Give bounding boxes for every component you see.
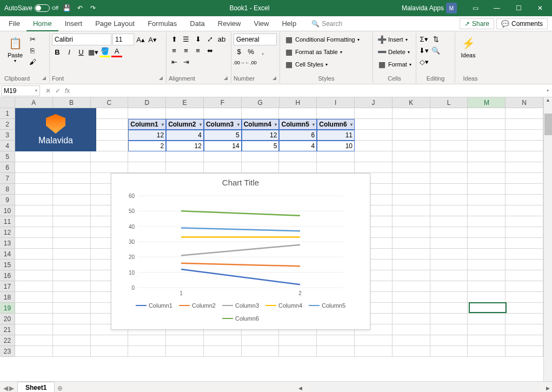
cell[interactable] xyxy=(468,130,506,141)
cell[interactable] xyxy=(430,281,468,292)
cell[interactable] xyxy=(355,130,393,141)
tab-review[interactable]: Review xyxy=(211,16,248,31)
cell[interactable] xyxy=(53,270,91,281)
cell[interactable] xyxy=(430,292,468,303)
cell[interactable] xyxy=(128,108,166,119)
cell[interactable] xyxy=(91,119,129,130)
column-header[interactable]: K xyxy=(393,97,430,108)
cell[interactable] xyxy=(53,292,91,303)
paste-button[interactable]: 📋 Paste ▾ xyxy=(4,34,26,64)
cell[interactable]: 4 xyxy=(279,141,317,151)
cell[interactable] xyxy=(468,184,506,195)
close-icon[interactable]: ✕ xyxy=(530,0,550,16)
sheet-nav-next-icon[interactable]: ▶ xyxy=(9,384,14,392)
column-header[interactable]: N xyxy=(506,97,543,108)
cell[interactable] xyxy=(393,216,430,227)
sort-filter-icon[interactable]: ⇅ xyxy=(430,34,441,44)
cell[interactable] xyxy=(166,162,204,173)
align-top-icon[interactable]: ⬆ xyxy=(169,34,179,44)
align-bottom-icon[interactable]: ⬇ xyxy=(192,34,203,44)
cell[interactable] xyxy=(53,205,91,216)
cell[interactable] xyxy=(430,205,468,216)
cell[interactable] xyxy=(468,173,506,184)
cell[interactable] xyxy=(15,151,53,162)
chart-object[interactable]: Chart Title 010203040506012 Column1Colum… xyxy=(111,173,370,330)
cell[interactable] xyxy=(506,141,543,151)
cell[interactable] xyxy=(506,205,543,216)
cell[interactable] xyxy=(53,173,91,184)
cell[interactable] xyxy=(506,108,543,119)
cell[interactable] xyxy=(204,108,242,119)
cell[interactable] xyxy=(430,130,468,141)
cell[interactable] xyxy=(393,281,430,292)
cell[interactable] xyxy=(430,173,468,184)
cell[interactable] xyxy=(393,205,430,216)
cell[interactable] xyxy=(91,346,129,357)
cell[interactable] xyxy=(506,314,543,324)
cell[interactable] xyxy=(468,292,506,303)
cell[interactable] xyxy=(15,205,53,216)
cell[interactable] xyxy=(430,324,468,335)
cell[interactable] xyxy=(242,108,280,119)
cell[interactable] xyxy=(430,270,468,281)
cell[interactable] xyxy=(430,249,468,260)
cell[interactable] xyxy=(53,216,91,227)
cell[interactable] xyxy=(15,346,53,357)
dialog-launcher-icon[interactable]: ◢ xyxy=(222,75,229,82)
cell[interactable] xyxy=(355,335,393,346)
cell[interactable] xyxy=(393,335,430,346)
cell[interactable]: 5 xyxy=(204,130,242,141)
cell[interactable] xyxy=(53,335,91,346)
orientation-icon[interactable]: ⤢ xyxy=(204,34,215,44)
save-icon[interactable]: 💾 xyxy=(63,4,71,12)
column-header[interactable]: E xyxy=(166,97,204,108)
row-header[interactable]: 4 xyxy=(0,141,15,151)
cell[interactable] xyxy=(15,173,53,184)
cell[interactable] xyxy=(506,216,543,227)
cell[interactable] xyxy=(393,184,430,195)
ribbon-display-icon[interactable]: ▭ xyxy=(465,0,485,16)
format-cells-button[interactable]: ▦Format▾ xyxy=(375,58,414,70)
cell[interactable] xyxy=(166,346,204,357)
cell[interactable] xyxy=(242,162,280,173)
cell-styles-button[interactable]: ▦Cell Styles▾ xyxy=(282,58,330,70)
dialog-launcher-icon[interactable]: ◢ xyxy=(271,75,277,82)
tab-insert[interactable]: Insert xyxy=(58,16,89,31)
ideas-button[interactable]: ⚡ Ideas xyxy=(457,34,479,59)
cell[interactable] xyxy=(53,314,91,324)
tab-home[interactable]: Home xyxy=(26,16,58,31)
row-header[interactable]: 21 xyxy=(0,324,15,335)
cell[interactable] xyxy=(468,270,506,281)
cell[interactable] xyxy=(15,195,53,205)
tab-data[interactable]: Data xyxy=(183,16,211,31)
vertical-scrollbar[interactable]: ▲ xyxy=(543,97,552,381)
maximize-icon[interactable]: ☐ xyxy=(509,0,528,16)
italic-icon[interactable]: I xyxy=(64,46,75,57)
cell[interactable] xyxy=(468,227,506,238)
cell[interactable] xyxy=(91,335,129,346)
column-header[interactable]: J xyxy=(355,97,393,108)
cell[interactable]: 14 xyxy=(204,141,242,151)
cell[interactable] xyxy=(393,130,430,141)
cell[interactable] xyxy=(393,303,430,314)
cell[interactable] xyxy=(355,162,393,173)
cell[interactable] xyxy=(393,141,430,151)
horizontal-scrollbar[interactable] xyxy=(309,384,539,392)
cell[interactable] xyxy=(15,281,53,292)
cell[interactable] xyxy=(430,314,468,324)
cell[interactable]: 11 xyxy=(317,130,355,141)
cell[interactable] xyxy=(506,324,543,335)
cell[interactable] xyxy=(53,151,91,162)
cell[interactable] xyxy=(279,162,317,173)
cell[interactable] xyxy=(506,346,543,357)
cell[interactable] xyxy=(91,130,129,141)
cell[interactable] xyxy=(468,238,506,249)
cell[interactable] xyxy=(468,151,506,162)
cell[interactable] xyxy=(506,162,543,173)
cell[interactable] xyxy=(15,314,53,324)
cut-icon[interactable]: ✂ xyxy=(27,34,38,44)
font-color-icon[interactable]: A xyxy=(111,46,122,57)
border-icon[interactable]: ▦▾ xyxy=(88,46,98,57)
cell[interactable] xyxy=(506,184,543,195)
cell[interactable] xyxy=(393,346,430,357)
